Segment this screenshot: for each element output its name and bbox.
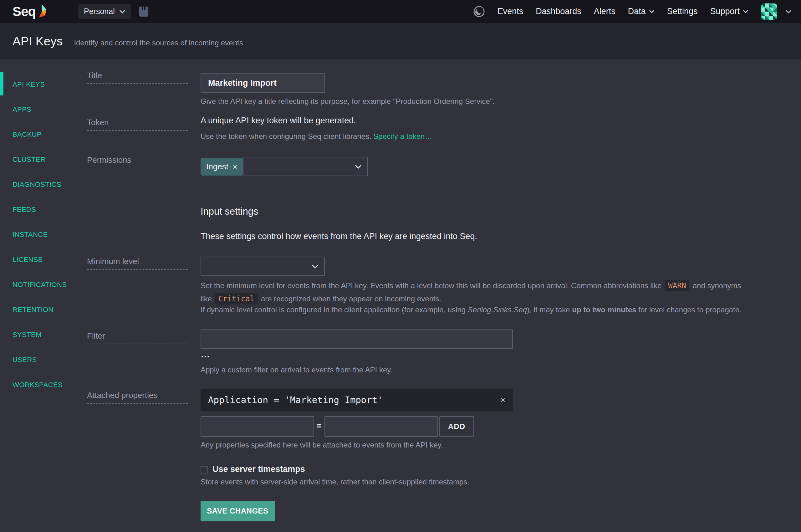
property-name-input[interactable] xyxy=(201,416,314,437)
sidebar-item-license[interactable]: LICENSE xyxy=(0,247,82,272)
use-server-timestamps-row: Use server timestamps xyxy=(201,464,305,474)
sidebar-item-api-keys[interactable]: API KEYS xyxy=(0,72,82,97)
sidebar-item-retention[interactable]: RETENTION xyxy=(0,297,82,322)
seq-admin-page: Seq Personal xyxy=(0,0,801,532)
sidebar-item-diagnostics[interactable]: DIAGNOSTICS xyxy=(0,172,82,197)
add-permission-select[interactable] xyxy=(243,157,368,176)
level-code-warn: WARN xyxy=(665,280,689,291)
chevron-down-icon xyxy=(355,165,362,169)
nav-link-data[interactable]: Data xyxy=(628,6,654,16)
help-text-part: If dynamic level control is configured i… xyxy=(201,305,465,314)
minimum-level-field-label: Minimum level xyxy=(87,256,188,270)
use-server-timestamps-help-text: Store events with server-side arrival ti… xyxy=(201,478,469,486)
theme-toggle-icon[interactable] xyxy=(473,6,485,18)
help-text-part: are recognized when they appear on incom… xyxy=(261,294,441,303)
dynamic-level-help-text: If dynamic level control is configured i… xyxy=(201,305,753,314)
top-navbar: Seq Personal xyxy=(0,0,801,23)
filter-expand-ellipsis[interactable]: … xyxy=(201,351,210,357)
nav-link-label: Events xyxy=(497,6,523,16)
attached-properties-help-text: Any properties specified here will be at… xyxy=(201,441,443,449)
permissions-field-label: Permissions xyxy=(87,155,188,168)
chevron-down-icon xyxy=(119,10,126,14)
save-default-workspace-icon[interactable] xyxy=(139,6,148,17)
nav-link-settings[interactable]: Settings xyxy=(667,6,698,16)
specify-token-link[interactable]: Specify a token… xyxy=(373,132,432,140)
remove-permission-icon[interactable]: × xyxy=(233,163,237,171)
remove-property-icon[interactable]: × xyxy=(501,395,505,405)
nav-link-support[interactable]: Support xyxy=(710,6,748,16)
property-value-input[interactable] xyxy=(324,416,438,437)
property-equals-sign: = xyxy=(316,421,322,431)
title-help-text: Give the API key a title reflecting its … xyxy=(201,97,495,106)
permission-chip-ingest: Ingest × xyxy=(201,158,243,175)
nav-link-alerts[interactable]: Alerts xyxy=(594,6,615,16)
add-property-button[interactable]: ADD xyxy=(439,416,474,437)
sidebar-item-feeds[interactable]: FEEDS xyxy=(0,197,82,222)
use-server-timestamps-label: Use server timestamps xyxy=(212,464,305,474)
sidebar-item-apps[interactable]: APPS xyxy=(0,97,82,122)
input-settings-description: These settings control how events from t… xyxy=(201,232,477,241)
save-changes-button[interactable]: SAVE CHANGES xyxy=(201,501,275,521)
logo-text: Seq xyxy=(13,2,36,21)
chevron-down-icon xyxy=(743,10,748,13)
sidebar-item-instance[interactable]: INSTANCE xyxy=(0,222,82,247)
user-menu-chevron-icon[interactable] xyxy=(785,10,792,14)
user-avatar[interactable] xyxy=(761,3,777,20)
attached-properties-field-label: Attached properties xyxy=(87,391,188,404)
page-body: API KEYS APPS BACKUP CLUSTER DIAGNOSTICS… xyxy=(0,59,801,532)
workspace-label: Personal xyxy=(84,7,115,16)
token-help-text: Use the token when configuring Seq clien… xyxy=(201,132,432,141)
sidebar-item-workspaces[interactable]: WORKSPACES xyxy=(0,373,82,397)
logo-flame-icon xyxy=(38,3,48,21)
page-header: API Keys Identify and control the source… xyxy=(0,23,801,59)
nav-link-label: Settings xyxy=(667,6,698,16)
sidebar-item-notifications[interactable]: NOTIFICATIONS xyxy=(0,272,82,297)
nav-link-label: Dashboards xyxy=(536,6,581,16)
workspace-selector[interactable]: Personal xyxy=(78,4,131,19)
help-text-part: ), it may take xyxy=(527,305,570,314)
serilog-sinks-seq-text: Serilog.Sinks.Seq xyxy=(468,305,527,314)
sidebar-item-cluster[interactable]: CLUSTER xyxy=(0,147,82,172)
attached-property-expression: Application = 'Marketing Import' xyxy=(208,395,383,405)
up-to-two-minutes-text: up to two minutes xyxy=(572,305,636,314)
seq-logo[interactable]: Seq xyxy=(13,2,48,21)
nav-link-label: Data xyxy=(628,6,646,16)
navbar-left: Seq Personal xyxy=(13,2,148,21)
nav-link-dashboards[interactable]: Dashboards xyxy=(536,6,581,16)
nav-link-label: Support xyxy=(710,6,740,16)
title-field-label: Title xyxy=(87,71,188,84)
help-text-part: Set the minimum level for events from th… xyxy=(201,281,662,290)
title-input[interactable] xyxy=(201,73,325,93)
navbar-right: Events Dashboards Alerts Data Settings S… xyxy=(473,3,792,20)
page-subtitle: Identify and control the sources of inco… xyxy=(74,38,243,47)
chevron-down-icon xyxy=(312,264,319,268)
sidebar-item-users[interactable]: USERS xyxy=(0,347,82,373)
attached-property-row: Application = 'Marketing Import' × xyxy=(201,389,513,411)
nav-link-events[interactable]: Events xyxy=(497,6,523,16)
page-title: API Keys xyxy=(13,23,62,59)
level-code-critical: Critical xyxy=(215,293,258,304)
help-text-part: for level changes to propagate. xyxy=(638,305,742,314)
permission-chip-label: Ingest xyxy=(206,162,228,171)
token-heading: A unique API key token will be generated… xyxy=(201,116,356,126)
minimum-level-select[interactable] xyxy=(201,256,325,276)
sidebar-item-backup[interactable]: BACKUP xyxy=(0,122,82,147)
filter-field-label: Filter xyxy=(87,331,188,344)
filter-input[interactable] xyxy=(201,329,513,349)
settings-sidebar: API KEYS APPS BACKUP CLUSTER DIAGNOSTICS… xyxy=(0,72,82,397)
token-field-label: Token xyxy=(87,118,188,131)
minimum-level-help-text: Set the minimum level for events from th… xyxy=(201,279,753,305)
token-help-part: Use the token when configuring Seq clien… xyxy=(201,132,371,140)
sidebar-item-system[interactable]: SYSTEM xyxy=(0,322,82,347)
input-settings-heading: Input settings xyxy=(201,206,258,217)
chevron-down-icon xyxy=(649,10,654,13)
filter-help-text: Apply a custom filter on arrival to even… xyxy=(201,365,393,374)
nav-link-label: Alerts xyxy=(594,6,615,16)
use-server-timestamps-checkbox[interactable] xyxy=(201,466,208,474)
